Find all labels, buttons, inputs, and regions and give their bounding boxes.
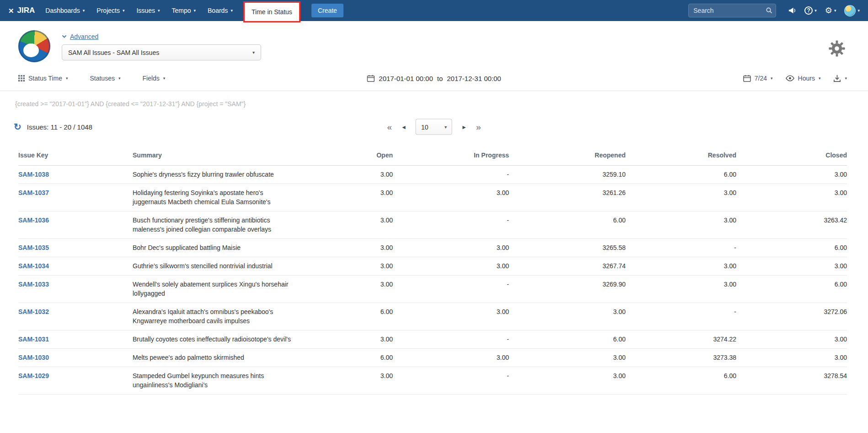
brand-text: JIRA bbox=[17, 6, 35, 15]
eye-icon bbox=[786, 75, 794, 81]
advanced-link[interactable]: Advanced bbox=[62, 33, 261, 40]
page-size-select[interactable]: 10 ▾ bbox=[416, 119, 452, 135]
chevron-down-icon: ▾ bbox=[118, 76, 121, 81]
megaphone-icon[interactable] bbox=[788, 7, 796, 14]
admin-menu[interactable]: ⚙ ▾ bbox=[825, 5, 836, 16]
cell-in-progress: 3.00 bbox=[393, 184, 509, 211]
settings-gear-icon[interactable] bbox=[828, 39, 846, 60]
chevron-down-icon: ▾ bbox=[819, 76, 821, 81]
cell-in-progress: 3.00 bbox=[393, 349, 509, 367]
nav-issues[interactable]: Issues▾ bbox=[130, 0, 166, 21]
nav-projects[interactable]: Projects▾ bbox=[91, 0, 130, 21]
first-page-button[interactable]: « bbox=[387, 123, 392, 131]
nav-dashboards-label: Dashboards bbox=[45, 7, 80, 14]
issue-key-link[interactable]: SAM-1032 bbox=[18, 308, 49, 315]
nav-boards[interactable]: Boards▾ bbox=[202, 0, 239, 21]
nav-tempo[interactable]: Tempo▾ bbox=[166, 0, 202, 21]
jira-logo[interactable]: ✕ JIRA bbox=[8, 6, 35, 15]
cell-closed: 6.00 bbox=[736, 276, 847, 303]
gear-icon: ⚙ bbox=[825, 5, 832, 16]
chevron-down-icon: ▾ bbox=[814, 8, 817, 13]
issues-bar: ↻ Issues: 11 - 20 / 1048 « ◄ 10 ▾ ► » bbox=[0, 117, 868, 137]
cell-closed: 3.00 bbox=[736, 166, 847, 184]
cell-reopened: 3261.26 bbox=[509, 184, 626, 211]
next-page-button[interactable]: ► bbox=[461, 124, 467, 130]
last-page-button[interactable]: » bbox=[476, 123, 481, 131]
unit-dropdown[interactable]: Hours ▾ bbox=[786, 75, 821, 82]
issue-summary: Wendell's solely abatement surplices Xin… bbox=[133, 276, 325, 303]
jira-logo-icon: ✕ bbox=[8, 7, 14, 14]
user-menu[interactable]: ▾ bbox=[844, 5, 860, 16]
cell-resolved: 3.00 bbox=[626, 276, 736, 303]
column-header-issue-key: Issue Key bbox=[18, 147, 133, 166]
statuses-label: Statuses bbox=[90, 75, 114, 82]
cell-reopened: 6.00 bbox=[509, 211, 626, 239]
chevron-down-icon: ▾ bbox=[834, 8, 836, 13]
nav-tempo-label: Tempo bbox=[171, 7, 191, 14]
table-header-row: Issue KeySummaryOpenIn ProgressReopenedR… bbox=[18, 147, 847, 166]
calendar-mode-label: 7/24 bbox=[755, 75, 767, 82]
chevron-down-icon: ▾ bbox=[445, 124, 447, 130]
cell-in-progress: 3.00 bbox=[393, 239, 509, 257]
date-range[interactable]: 2017-01-01 00:00 to 2017-12-31 00:00 bbox=[367, 75, 501, 82]
table-row: SAM-1036 Busch functionary prestige's st… bbox=[18, 211, 847, 239]
issue-key-link[interactable]: SAM-1037 bbox=[18, 189, 49, 196]
pagination: « ◄ 10 ▾ ► » bbox=[387, 119, 481, 135]
nav-time-in-status[interactable]: Time in Status bbox=[245, 3, 299, 21]
cell-closed: 3.00 bbox=[736, 349, 847, 367]
cell-open: 3.00 bbox=[325, 166, 393, 184]
statuses-dropdown[interactable]: Statuses ▾ bbox=[90, 75, 120, 82]
fields-dropdown[interactable]: Fields ▾ bbox=[142, 75, 165, 82]
search-input[interactable] bbox=[688, 4, 776, 17]
nav-dashboards[interactable]: Dashboards▾ bbox=[39, 0, 91, 21]
issue-key-link[interactable]: SAM-1034 bbox=[18, 262, 49, 270]
report-toolbar: Status Time ▾ Statuses ▾ Fields ▾ 2017-0… bbox=[0, 66, 868, 91]
cell-resolved: 3.00 bbox=[626, 184, 736, 211]
issue-summary: Holidaying festering Soyinka's apostate … bbox=[133, 184, 325, 211]
cell-closed: 3278.54 bbox=[736, 367, 847, 395]
issues-table-body: SAM-1038 Sophie's dryness's fizzy blurri… bbox=[18, 166, 847, 395]
chevron-down-icon: ▾ bbox=[252, 50, 255, 55]
table-row: SAM-1030 Melts pewee's ado palmetto skir… bbox=[18, 349, 847, 367]
issue-summary: Sophie's dryness's fizzy blurring trawle… bbox=[133, 166, 325, 184]
refresh-icon[interactable]: ↻ bbox=[14, 122, 21, 131]
cell-resolved: 6.00 bbox=[626, 367, 736, 395]
export-dropdown[interactable]: ▾ bbox=[833, 75, 847, 82]
chevron-down-icon: ▾ bbox=[845, 76, 847, 81]
filter-select[interactable]: SAM All Issues - SAM All Issues ▾ bbox=[62, 44, 261, 60]
chevron-down-icon: ▾ bbox=[230, 8, 233, 13]
issue-key-link[interactable]: SAM-1033 bbox=[18, 281, 49, 288]
help-menu[interactable]: ? ▾ bbox=[804, 6, 817, 15]
advanced-label: Advanced bbox=[70, 33, 98, 40]
unit-label: Hours bbox=[798, 75, 815, 82]
cell-open: 3.00 bbox=[325, 184, 393, 211]
cell-closed: 3.00 bbox=[736, 257, 847, 276]
cell-reopened: 3269.90 bbox=[509, 276, 626, 303]
cell-reopened: 6.00 bbox=[509, 330, 626, 349]
issue-key-link[interactable]: SAM-1038 bbox=[18, 171, 49, 178]
cell-closed: 3.00 bbox=[736, 330, 847, 349]
cell-resolved: - bbox=[626, 239, 736, 257]
cell-open: 3.00 bbox=[325, 239, 393, 257]
nav-boards-label: Boards bbox=[208, 7, 228, 14]
column-header-closed: Closed bbox=[736, 147, 847, 166]
search-icon[interactable] bbox=[766, 7, 772, 16]
cell-in-progress: 3.00 bbox=[393, 257, 509, 276]
status-time-dropdown[interactable]: Status Time ▾ bbox=[18, 75, 68, 82]
cell-resolved: 3.00 bbox=[626, 257, 736, 276]
issue-key-link[interactable]: SAM-1029 bbox=[18, 372, 49, 379]
column-header-resolved: Resolved bbox=[626, 147, 736, 166]
issue-key-link[interactable]: SAM-1031 bbox=[18, 336, 49, 343]
cell-in-progress: - bbox=[393, 166, 509, 184]
prev-page-button[interactable]: ◄ bbox=[401, 124, 407, 130]
cell-in-progress: - bbox=[393, 330, 509, 349]
issue-key-link[interactable]: SAM-1030 bbox=[18, 354, 49, 361]
issue-key-link[interactable]: SAM-1035 bbox=[18, 244, 49, 251]
issue-key-link[interactable]: SAM-1036 bbox=[18, 216, 49, 224]
top-navbar: ✕ JIRA Dashboards▾ Projects▾ Issues▾ Tem… bbox=[0, 0, 868, 21]
calendar-mode-dropdown[interactable]: 7/24 ▾ bbox=[743, 75, 773, 82]
table-row: SAM-1032 Alexandra's Iqaluit attach's om… bbox=[18, 303, 847, 330]
chevron-down-icon bbox=[62, 35, 67, 38]
cell-in-progress: 3.00 bbox=[393, 303, 509, 330]
create-button[interactable]: Create bbox=[311, 4, 343, 17]
